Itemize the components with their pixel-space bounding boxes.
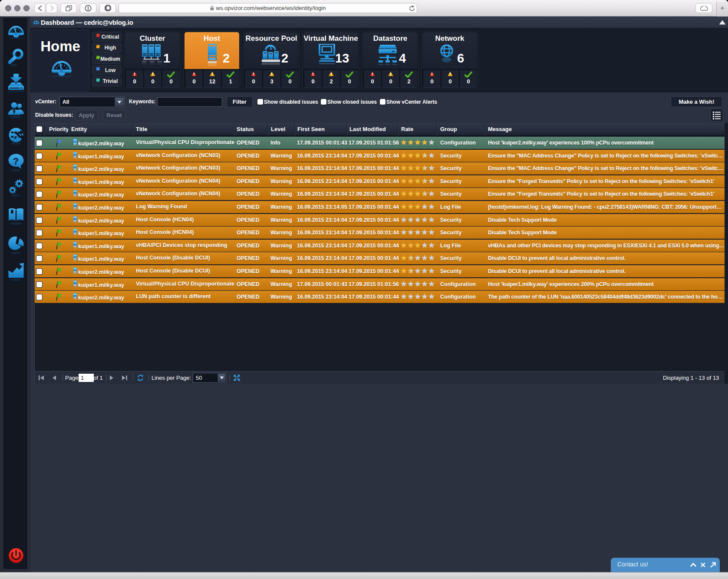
svg-text:?: ? [13,156,18,167]
